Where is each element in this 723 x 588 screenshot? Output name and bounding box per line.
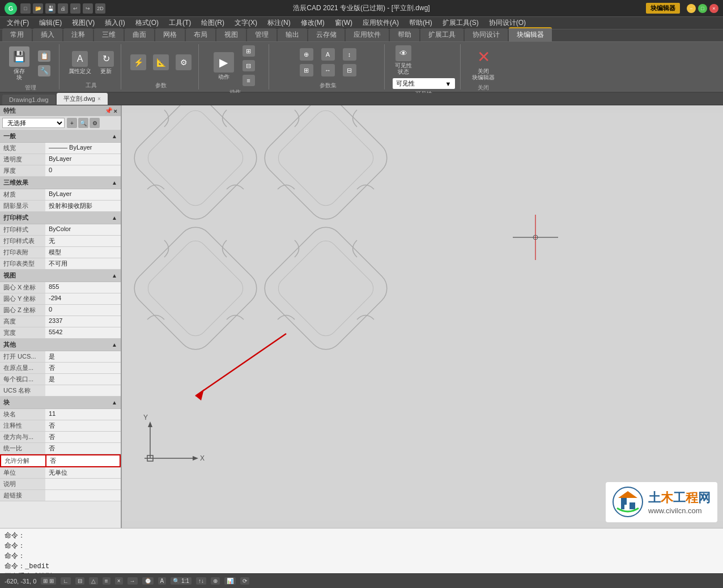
prop-printappend-value[interactable]: 模型 xyxy=(45,247,121,258)
prop-printtype-value[interactable]: 不可用 xyxy=(45,258,121,269)
menu-window[interactable]: 窗(W) xyxy=(330,17,357,29)
prop-blockname-value[interactable]: 11 xyxy=(45,409,121,420)
tab-3d[interactable]: 三维 xyxy=(94,28,124,41)
menu-modify[interactable]: 修改(M) xyxy=(296,17,329,29)
prop-cx-value[interactable]: 855 xyxy=(45,282,121,293)
prop-material-value[interactable]: ByLayer xyxy=(45,189,121,200)
section-block[interactable]: 块 ▲ xyxy=(0,397,121,409)
menu-draw[interactable]: 绘图(R) xyxy=(197,17,229,29)
prop-cz-value[interactable]: 0 xyxy=(45,305,121,316)
status-qp-btn[interactable]: 📊 xyxy=(224,577,236,585)
doc-tab-close-icon[interactable]: × xyxy=(97,96,101,102)
manage-btn1[interactable]: 📋 xyxy=(34,49,54,63)
new-icon[interactable]: □ xyxy=(20,3,31,14)
prop-linewidth-value[interactable]: ——— ByLayer xyxy=(45,143,121,154)
tab-insert[interactable]: 插入 xyxy=(33,28,62,41)
props-add-btn[interactable]: + xyxy=(67,118,77,128)
prop-cy-value[interactable]: -294 xyxy=(45,293,121,304)
print-icon[interactable]: 🖨 xyxy=(58,3,68,14)
prop-printstyle-value[interactable]: ByColor xyxy=(45,224,121,235)
minimize-button[interactable]: − xyxy=(687,4,696,13)
action-sub-btn3[interactable]: ≡ xyxy=(239,74,259,87)
section-print[interactable]: 打印样式 ▲ xyxy=(0,212,121,224)
menu-format[interactable]: 格式(O) xyxy=(131,17,163,29)
status-model-btn[interactable]: ↑↓ xyxy=(196,577,206,585)
prop-viewport-value[interactable]: 是 xyxy=(45,374,121,385)
tab-layout[interactable]: 布局 xyxy=(186,28,215,41)
status-annot-btn[interactable]: ⟳ xyxy=(240,577,249,585)
status-lw-btn[interactable]: A xyxy=(158,577,167,585)
close-blockeditor-button[interactable]: ✕ 关闭块编辑器 xyxy=(467,44,499,83)
menu-dim[interactable]: 标注(N) xyxy=(263,17,295,29)
paramset-btn6[interactable]: ⊟ xyxy=(339,63,360,78)
tab-surface[interactable]: 曲面 xyxy=(125,28,154,41)
menu-view[interactable]: 视图(V) xyxy=(67,17,99,29)
undo-icon[interactable]: ↩ xyxy=(70,3,80,14)
params-btn1[interactable]: ⚡ xyxy=(128,53,148,71)
canvas-area[interactable]: Y X xyxy=(122,105,723,528)
maximize-button[interactable]: □ xyxy=(698,4,707,13)
prop-matchdir-value[interactable]: 否 xyxy=(45,432,121,442)
params-btn2[interactable]: 📐 xyxy=(151,53,171,71)
doc-tab-drawing1[interactable]: Drawing1.dwg xyxy=(2,95,56,105)
prop-ucs-name-value[interactable] xyxy=(45,385,121,396)
tab-common[interactable]: 常用 xyxy=(2,28,32,41)
params-btn3[interactable]: ⚙ xyxy=(173,53,194,71)
status-ortho-btn[interactable]: ⊟ xyxy=(75,577,84,585)
action-sub-btn2[interactable]: ⊟ xyxy=(239,59,259,73)
attr-define-button[interactable]: A 属性定义 xyxy=(66,50,93,75)
paramset-btn5[interactable]: ↔ xyxy=(318,63,338,78)
2d-icon[interactable]: 2D xyxy=(95,3,105,14)
prop-ucs-open-value[interactable]: 是 xyxy=(45,351,121,362)
command-line[interactable]: 命令： 命令： 命令： 命令：_bedit 正在重生成模型。 命令： xyxy=(0,528,723,573)
prop-transparency-value[interactable]: ByLayer xyxy=(45,154,121,165)
tab-appsw[interactable]: 应用软件 xyxy=(346,28,389,41)
paramset-btn4[interactable]: ⊞ xyxy=(296,63,317,78)
props-close-icon[interactable]: × xyxy=(114,108,117,114)
tab-collab2[interactable]: 协同设计 xyxy=(465,28,508,41)
menu-edit[interactable]: 编辑(E) xyxy=(35,17,66,29)
menu-app[interactable]: 应用软件(A) xyxy=(358,17,403,29)
paramset-btn3[interactable]: ↕ xyxy=(339,47,360,62)
status-dyn-btn[interactable]: ⌚ xyxy=(142,577,154,585)
tab-blockeditor[interactable]: 块编辑器 xyxy=(509,27,552,41)
menu-file[interactable]: 文件(F) xyxy=(2,17,33,29)
status-ducs-btn[interactable]: → xyxy=(127,577,138,585)
doc-tab-pinglifu[interactable]: 平立剖.dwg × xyxy=(57,93,108,105)
open-icon[interactable]: 📂 xyxy=(33,3,43,14)
section-other[interactable]: 其他 ▲ xyxy=(0,339,121,351)
prop-height-value[interactable]: 2337 xyxy=(45,316,121,327)
prop-allowexplode-value[interactable]: 否 xyxy=(46,455,120,467)
prop-origin-value[interactable]: 否 xyxy=(45,363,121,373)
visibility-dropdown[interactable]: 可见性 ▼ xyxy=(393,78,455,89)
tab-manage[interactable]: 管理 xyxy=(247,28,277,41)
prop-thickness-value[interactable]: 0 xyxy=(45,165,121,176)
update-button[interactable]: ↻ 更新 xyxy=(96,50,116,75)
menu-text[interactable]: 文字(X) xyxy=(230,17,262,29)
menu-extend[interactable]: 扩展工具(S) xyxy=(438,17,483,29)
section-general[interactable]: 一般 ▲ xyxy=(0,130,121,143)
action-btn-large[interactable]: ▶ 动作 xyxy=(211,50,236,82)
prop-annotative-value[interactable]: 否 xyxy=(45,420,121,431)
props-selector-dropdown[interactable]: 无选择 xyxy=(2,118,65,128)
status-polar-btn[interactable]: △ xyxy=(89,577,98,585)
status-zoom-btn[interactable]: 🔍 1:1 xyxy=(171,577,192,585)
prop-hyperlink-value[interactable] xyxy=(45,490,121,501)
status-grid-btn[interactable]: ⊞ ⊞ xyxy=(41,577,56,585)
paramset-btn1[interactable]: ⊕ xyxy=(296,47,317,62)
status-otrack-btn[interactable]: × xyxy=(115,577,123,585)
prop-unit-value[interactable]: 无单位 xyxy=(45,467,121,478)
section-view[interactable]: 视图 ▲ xyxy=(0,270,121,282)
tab-mesh[interactable]: 网格 xyxy=(155,28,185,41)
paramset-btn2[interactable]: A xyxy=(318,47,338,62)
prop-width-value[interactable]: 5542 xyxy=(45,327,121,338)
tab-extools[interactable]: 扩展工具 xyxy=(420,28,463,41)
prop-description-value[interactable] xyxy=(45,479,121,489)
tab-cloud[interactable]: 云存储 xyxy=(308,28,345,41)
action-sub-btn1[interactable]: ⊞ xyxy=(239,44,259,58)
tab-annotate[interactable]: 注释 xyxy=(63,28,93,41)
redo-icon[interactable]: ↪ xyxy=(83,3,93,14)
status-snap-btn[interactable]: ∟ xyxy=(61,577,71,585)
tab-view[interactable]: 视图 xyxy=(216,28,246,41)
manage-btn2[interactable]: 🔧 xyxy=(34,64,54,78)
